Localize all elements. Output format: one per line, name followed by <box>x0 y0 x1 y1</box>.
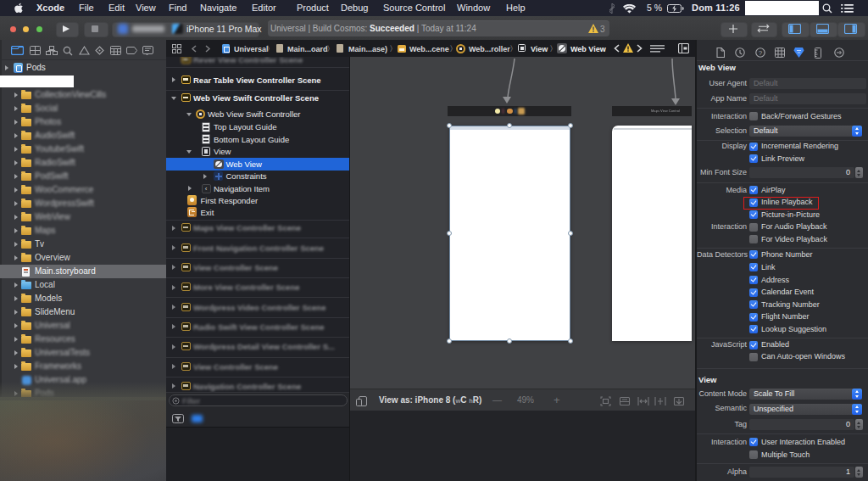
svg-text:?: ? <box>759 49 763 57</box>
